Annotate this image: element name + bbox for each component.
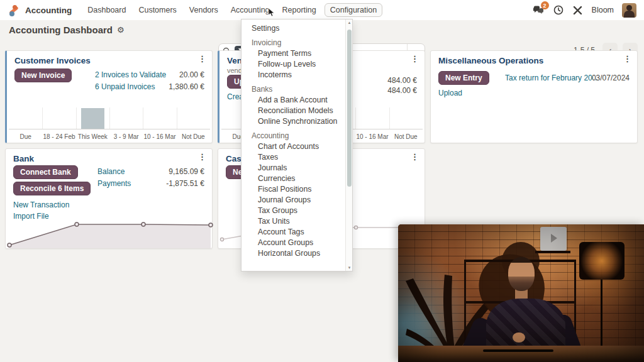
top-navbar: Accounting Dashboard Customers Vendors A… [0, 0, 644, 20]
kebab-menu-icon[interactable]: ⋮ [623, 55, 631, 63]
nav-item-vendors[interactable]: Vendors [185, 3, 223, 17]
breadcrumb: Accounting Dashboard ⚙ [9, 25, 125, 35]
invoices-to-validate-link[interactable]: 2 Invoices to Validate [95, 70, 166, 80]
bar-this-week[interactable] [81, 108, 104, 129]
invoices-bar-chart [9, 107, 210, 129]
app-name[interactable]: Accounting [25, 6, 72, 15]
kebab-menu-icon[interactable]: ⋮ [198, 153, 206, 161]
new-transaction-link[interactable]: New Transaction [13, 200, 69, 209]
vendor-amount-2: 484.00 € [387, 86, 417, 95]
menu-item-incoterms[interactable]: Incoterms [242, 70, 352, 80]
entry-date: 03/07/2024 [592, 74, 630, 82]
message-count-badge: 2 [541, 1, 549, 9]
activities-clock-icon[interactable] [553, 4, 564, 16]
menu-item-taxes[interactable]: Taxes [242, 152, 352, 163]
card-customer-invoices: Customer Invoices ⋮ New Invoice 2 Invoic… [5, 50, 213, 143]
new-entry-button[interactable]: New Entry [438, 71, 489, 85]
menu-item-journal-groups[interactable]: Journal Groups [242, 195, 352, 206]
card-title[interactable]: Miscellaneous Operations [438, 56, 543, 65]
menu-item-payment-terms[interactable]: Payment Terms [242, 48, 352, 59]
amount-to-validate: 20.00 € [179, 70, 204, 80]
scroll-up-icon[interactable]: ▴ [346, 20, 353, 25]
connect-bank-button[interactable]: Connect Bank [13, 165, 78, 179]
scroll-down-icon[interactable]: ▾ [346, 265, 353, 270]
nav-item-customers[interactable]: Customers [134, 3, 180, 17]
nav-item-configuration[interactable]: Configuration [325, 3, 382, 17]
menu-item-account-tags[interactable]: Account Tags [242, 227, 352, 238]
menu-item-settings[interactable]: Settings [242, 23, 352, 34]
card-title[interactable]: Bank [13, 154, 34, 163]
kebab-menu-icon[interactable]: ⋮ [411, 153, 419, 161]
menu-section-accounting: Accounting [242, 131, 352, 141]
menu-section-banks: Banks [242, 84, 352, 95]
menu-item-tax-groups[interactable]: Tax Groups [242, 206, 352, 216]
menu-item-horizontal-groups[interactable]: Horizontal Groups [242, 248, 352, 259]
menu-item-tax-units[interactable]: Tax Units [242, 216, 352, 227]
balance-link[interactable]: Balance [97, 167, 125, 177]
payments-amount: -1,875.51 € [166, 178, 204, 189]
mouse-cursor [268, 8, 275, 18]
odoo-tools-icon[interactable] [572, 4, 584, 16]
card-miscellaneous-operations: Miscellaneous Operations ⋮ New Entry Upl… [430, 50, 638, 143]
kebab-menu-icon[interactable]: ⋮ [411, 55, 419, 63]
tax-return-link[interactable]: Tax return for February 20… [505, 74, 598, 82]
bank-balance-chart [6, 219, 213, 248]
vignette [398, 224, 644, 362]
x-axis-labels: Due18 - 24 FebThis Week3 - 9 Mar10 - 16 … [9, 133, 210, 140]
payments-link[interactable]: Payments [97, 178, 131, 189]
amount-unpaid: 1,380.60 € [169, 82, 204, 92]
card-title[interactable]: Customer Invoices [14, 56, 91, 65]
menu-item-chart-of-accounts[interactable]: Chart of Accounts [242, 141, 352, 152]
new-invoice-button[interactable]: New Invoice [14, 69, 72, 82]
nav-item-accounting[interactable]: Accounting [226, 3, 274, 17]
nav-item-reporting[interactable]: Reporting [278, 3, 321, 17]
reconcile-items-button[interactable]: Reconcile 6 Items [13, 182, 91, 195]
card-bank: Bank ⋮ Connect Bank Reconcile 6 Items Ne… [5, 148, 213, 249]
balance-amount: 9,165.09 € [169, 167, 204, 177]
video-overlay[interactable] [398, 224, 644, 362]
menu-scrollbar[interactable]: ▴ ▾ [345, 19, 352, 271]
page-title[interactable]: Accounting Dashboard [9, 25, 113, 35]
menu-item-add-bank-account[interactable]: Add a Bank Account [242, 95, 352, 106]
menu-item-account-groups[interactable]: Account Groups [242, 238, 352, 248]
vendor-amount-1: 484.00 € [387, 76, 417, 85]
kebab-menu-icon[interactable]: ⋮ [198, 55, 206, 63]
nav-menu: Dashboard Customers Vendors Accounting R… [83, 3, 382, 17]
scrollbar-thumb[interactable] [347, 30, 352, 187]
menu-item-reconciliation-models[interactable]: Reconciliation Models [242, 106, 352, 116]
navbar-right-cluster: 2 Bloom [533, 3, 636, 18]
gear-icon[interactable]: ⚙ [117, 25, 125, 35]
menu-item-fiscal-positions[interactable]: Fiscal Positions [242, 184, 352, 195]
unpaid-invoices-link[interactable]: 6 Unpaid Invoices [95, 82, 155, 92]
card-info: 2 Invoices to Validate20.00 € 6 Unpaid I… [95, 70, 204, 92]
menu-item-online-synchronization[interactable]: Online Synchronization [242, 116, 352, 127]
menu-item-follow-up-levels[interactable]: Follow-up Levels [242, 59, 352, 70]
user-avatar[interactable] [622, 3, 636, 18]
configuration-dropdown-menu: Settings Invoicing Payment Terms Follow-… [241, 19, 353, 272]
menu-item-journals[interactable]: Journals [242, 163, 352, 173]
user-name[interactable]: Bloom [592, 6, 614, 14]
upload-link[interactable]: Upload [438, 89, 462, 97]
nav-item-dashboard[interactable]: Dashboard [83, 3, 130, 17]
app-logo-icon[interactable] [8, 4, 20, 16]
messages-icon[interactable]: 2 [533, 4, 545, 16]
menu-section-invoicing: Invoicing [242, 38, 352, 48]
card-info: Balance9,165.09 € Payments-1,875.51 € [97, 167, 204, 189]
menu-item-currencies[interactable]: Currencies [242, 173, 352, 184]
